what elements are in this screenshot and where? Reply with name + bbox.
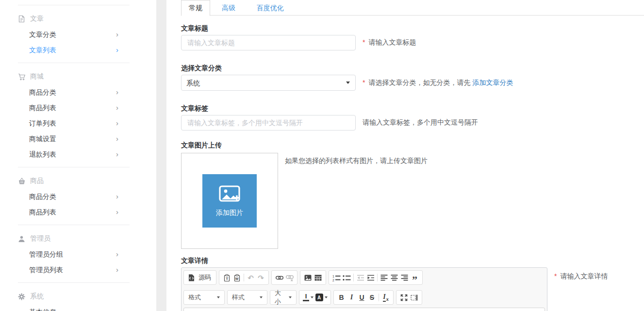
sidebar-item-admin-list[interactable]: 管理员列表 › <box>0 262 156 278</box>
sidebar-section-system[interactable]: 系统 <box>0 289 156 304</box>
content-gap <box>156 0 166 311</box>
unlink-icon <box>286 274 294 281</box>
file-icon <box>18 15 26 23</box>
article-tags-input[interactable] <box>181 115 356 131</box>
dropdown-caret-icon <box>311 296 314 298</box>
paste-from-word-button[interactable]: W <box>232 271 242 284</box>
editor-content-area[interactable] <box>183 308 545 311</box>
svg-text:2: 2 <box>332 278 334 281</box>
unlink-button[interactable] <box>284 271 295 284</box>
redo-button[interactable]: ↷ <box>256 271 266 284</box>
sidebar-item-goods-category[interactable]: 商品分类 › <box>0 189 156 204</box>
bold-icon: B <box>339 294 344 301</box>
blockquote-button[interactable]: ” <box>410 271 420 284</box>
article-title-input[interactable] <box>181 35 356 50</box>
tab-baidu-seo[interactable]: 百度优化 <box>247 0 294 16</box>
svg-text:W: W <box>235 277 239 280</box>
align-right-button[interactable] <box>399 271 410 284</box>
align-right-icon <box>401 274 408 281</box>
insert-table-button[interactable] <box>313 271 323 284</box>
bold-button[interactable]: B <box>336 291 347 304</box>
format-dropdown[interactable]: 格式 <box>183 290 225 305</box>
align-left-icon <box>380 274 388 281</box>
sidebar-divider <box>18 63 130 63</box>
background-color-button[interactable]: A <box>314 291 328 304</box>
rich-text-editor: 源码 T W ↶ ↷ <box>181 267 547 311</box>
sidebar-item-product-category[interactable]: 商品分类 › <box>0 84 156 100</box>
align-left-button[interactable] <box>379 271 389 284</box>
sidebar-section-label: 商城 <box>30 72 44 81</box>
paste-as-text-button[interactable]: T <box>222 271 232 284</box>
sidebar-item-order-list[interactable]: 订单列表 › <box>0 115 156 131</box>
chevron-right-icon: › <box>116 262 118 278</box>
sidebar-item-label: 文章分类 <box>29 31 56 38</box>
add-category-link[interactable]: 添加文章分类 <box>472 79 513 86</box>
sidebar-item-article-category[interactable]: 文章分类 › <box>0 27 156 42</box>
size-dropdown[interactable]: 大小 <box>270 290 297 305</box>
article-category-select[interactable]: 系统 <box>181 75 356 91</box>
sidebar-section-goods[interactable]: 商品 <box>0 173 156 189</box>
sidebar-item-admin-group[interactable]: 管理员分组 › <box>0 246 156 262</box>
article-detail-hint: *请输入文章详情 <box>554 267 608 281</box>
tab-advanced[interactable]: 高级 <box>212 0 245 16</box>
link-button[interactable] <box>274 271 284 284</box>
sidebar-section-mall[interactable]: 商城 <box>0 69 156 84</box>
indent-icon <box>367 274 375 281</box>
add-image-label: 添加图片 <box>216 209 243 217</box>
remove-format-icon: I <box>383 293 385 302</box>
chevron-right-icon: › <box>116 84 118 100</box>
tab-general[interactable]: 常规 <box>181 0 210 16</box>
required-mark: * <box>363 79 365 86</box>
text-color-button[interactable]: I <box>302 291 314 304</box>
show-blocks-icon <box>411 294 418 301</box>
chevron-right-icon: › <box>116 189 118 204</box>
article-title-label: 文章标题 <box>181 23 644 33</box>
redo-icon: ↷ <box>258 274 264 281</box>
indent-button[interactable] <box>365 271 376 284</box>
underline-button[interactable]: U <box>357 291 367 304</box>
italic-button[interactable]: I <box>347 291 357 304</box>
toolbar-separator <box>379 294 379 301</box>
maximize-button[interactable] <box>399 291 409 304</box>
sidebar-item-mall-settings[interactable]: 商城设置 › <box>0 131 156 147</box>
toolbar-separator <box>244 274 244 281</box>
insert-image-button[interactable] <box>303 271 313 284</box>
source-button[interactable] <box>186 271 197 284</box>
maximize-icon <box>400 294 408 301</box>
sidebar-item-label: 商品分类 <box>29 88 56 96</box>
remove-format-button[interactable]: Ix <box>380 291 391 304</box>
outdent-button[interactable] <box>355 271 365 284</box>
sidebar-section-label: 系统 <box>30 292 44 301</box>
sidebar-section-article[interactable]: 文章 <box>0 11 156 27</box>
show-blocks-button[interactable] <box>409 291 419 304</box>
sidebar-section-label: 商品 <box>30 177 44 185</box>
numbered-list-button[interactable]: 12 <box>331 271 342 284</box>
image-upload-dropzone[interactable]: 添加图片 <box>181 153 278 249</box>
add-image-icon <box>218 184 241 205</box>
strikethrough-button[interactable]: S <box>367 291 377 304</box>
sidebar-item-refund-list[interactable]: 退款列表 › <box>0 147 156 162</box>
sidebar-item-article-list[interactable]: 文章列表 › <box>0 42 156 58</box>
undo-button[interactable]: ↶ <box>246 271 256 284</box>
sidebar-section-admin[interactable]: 管理员 <box>0 231 156 246</box>
sidebar-item-product-list[interactable]: 商品列表 › <box>0 100 156 115</box>
text-color-icon: I <box>303 294 309 301</box>
editor-toolbar-row-2: 格式 样式 大小 I <box>182 288 547 305</box>
article-title-hint: *请输入文章标题 <box>363 38 416 47</box>
chevron-right-icon: › <box>116 204 118 220</box>
sidebar-item-goods-list[interactable]: 商品列表 › <box>0 204 156 220</box>
chevron-right-icon: › <box>116 100 118 115</box>
align-center-button[interactable] <box>389 271 399 284</box>
article-category-label: 选择文章分类 <box>181 63 644 73</box>
chevron-right-icon: › <box>116 27 118 42</box>
svg-text:T: T <box>226 277 228 281</box>
source-button-label[interactable]: 源码 <box>198 273 211 282</box>
svg-text:1: 1 <box>332 274 334 278</box>
style-dropdown[interactable]: 样式 <box>227 290 267 305</box>
add-image-button[interactable]: 添加图片 <box>202 174 257 228</box>
outdent-icon <box>357 274 364 281</box>
required-mark: * <box>554 272 557 280</box>
sidebar-item-basic-info[interactable]: 基本信息 › <box>0 304 156 311</box>
bullet-list-button[interactable] <box>342 271 352 284</box>
sidebar-divider <box>18 5 130 5</box>
